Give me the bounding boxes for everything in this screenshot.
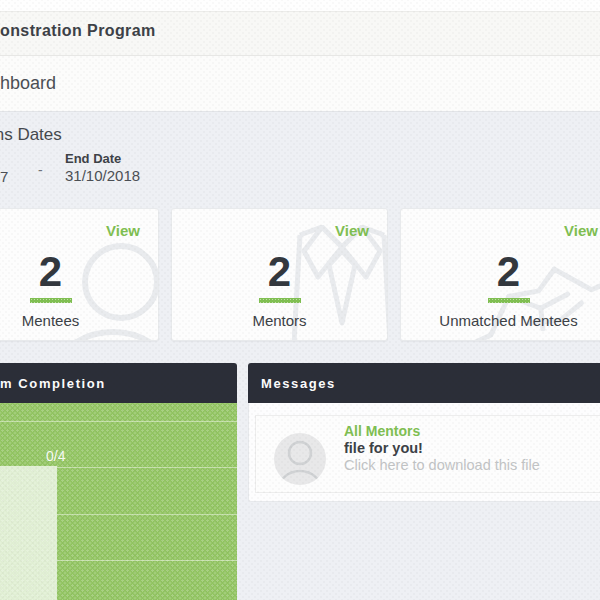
mentees-stat: 2 Mentees bbox=[0, 251, 158, 329]
mentees-count: 2 bbox=[39, 251, 62, 293]
mentees-view-link[interactable]: View bbox=[106, 222, 140, 239]
messages-panel-title: Messages bbox=[248, 376, 336, 391]
mentors-stat: 2 Mentors bbox=[172, 251, 387, 329]
unmatched-mentees-label: Unmatched Mentees bbox=[439, 312, 577, 329]
dates-section-heading-wrap: ms Dates bbox=[0, 125, 140, 147]
messages-body: All Mentors file for you! Click here to … bbox=[248, 403, 600, 502]
avatar bbox=[274, 433, 326, 485]
dates-section-heading: ms Dates bbox=[0, 125, 62, 145]
start-date-value: 7 bbox=[0, 168, 8, 185]
completion-bar[interactable] bbox=[0, 466, 57, 600]
mentors-label: Mentors bbox=[252, 312, 306, 329]
completion-panel-title: m Completion bbox=[0, 376, 106, 391]
top-navbar-strip bbox=[0, 0, 600, 12]
completion-bar-label: 0/4 bbox=[46, 448, 65, 464]
message-item[interactable]: All Mentors file for you! Click here to … bbox=[255, 415, 600, 493]
message-download-link[interactable]: Click here to download this file bbox=[344, 457, 540, 474]
message-sender[interactable]: All Mentors bbox=[344, 423, 540, 440]
user-avatar-icon bbox=[274, 433, 326, 485]
page-title-bar bbox=[0, 56, 600, 112]
program-title: onstration Program bbox=[0, 22, 156, 40]
end-date-value: 31/10/2018 bbox=[65, 167, 140, 184]
date-range-separator: - bbox=[38, 162, 43, 178]
unmatched-mentees-count: 2 bbox=[497, 251, 520, 293]
message-text: All Mentors file for you! Click here to … bbox=[344, 423, 540, 474]
completion-panel: m Completion 0/4 bbox=[0, 363, 237, 600]
stat-underline bbox=[259, 298, 301, 303]
message-subject: file for you! bbox=[344, 440, 540, 457]
unmatched-mentees-view-link[interactable]: View bbox=[564, 222, 598, 239]
mentors-view-link[interactable]: View bbox=[335, 222, 369, 239]
mentees-label: Mentees bbox=[22, 312, 80, 329]
stat-underline bbox=[30, 298, 72, 303]
stat-underline bbox=[488, 298, 530, 303]
mentors-card: View 2 Mentors bbox=[171, 208, 388, 341]
messages-panel: Messages All Mentors file for you! Click… bbox=[248, 363, 600, 502]
mentors-count: 2 bbox=[268, 251, 291, 293]
messages-panel-header: Messages bbox=[248, 363, 600, 403]
dashboard-viewport: onstration Program hboard ms Dates 7 - E… bbox=[0, 0, 600, 600]
unmatched-mentees-card: View 2 Unmatched Mentees bbox=[400, 208, 600, 341]
completion-panel-header: m Completion bbox=[0, 363, 237, 403]
end-date-label: End Date bbox=[65, 151, 121, 166]
unmatched-mentees-stat: 2 Unmatched Mentees bbox=[401, 251, 600, 329]
completion-chart: 0/4 bbox=[0, 403, 237, 600]
chart-gridline bbox=[0, 421, 237, 422]
mentees-card: View 2 Mentees bbox=[0, 208, 159, 341]
page-title: hboard bbox=[0, 73, 56, 94]
